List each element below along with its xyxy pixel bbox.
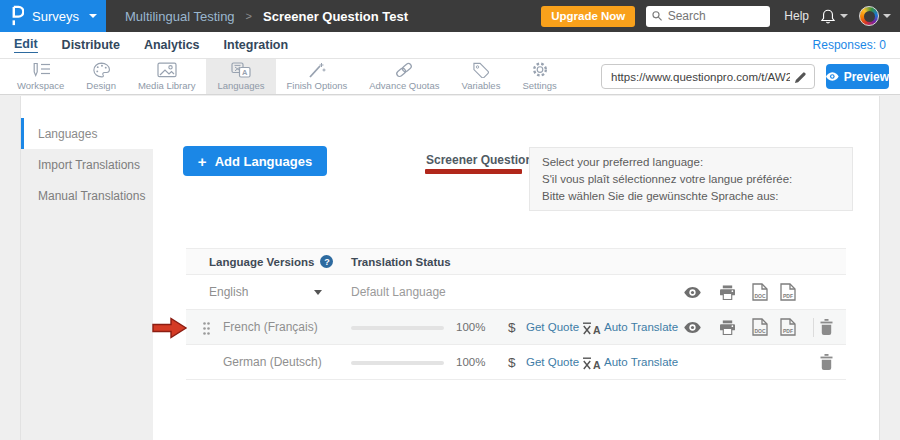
doc-file-icon: DOC — [752, 283, 768, 301]
get-quote-link[interactable]: Get Quote — [526, 310, 579, 345]
printer-icon — [720, 320, 735, 335]
preview-language-button[interactable] — [684, 310, 701, 344]
breadcrumb-survey-title[interactable]: Screener Question Test — [263, 9, 408, 24]
trash-icon — [820, 319, 833, 335]
languages-sidebar: Languages Import Translations Manual Tra… — [21, 118, 153, 440]
search-input[interactable] — [668, 9, 765, 23]
language-name: English — [209, 275, 248, 309]
toolbar-item-media-library[interactable]: Media Library — [127, 59, 207, 94]
print-button[interactable] — [720, 275, 735, 309]
translation-progress-bar — [351, 361, 444, 365]
sidebar-item-import-translations[interactable]: Import Translations — [21, 149, 153, 180]
screener-line-english: Select your preferred language: — [542, 156, 840, 168]
top-bar: Surveys Multilingual Testing > Screener … — [0, 0, 900, 32]
delete-language-button[interactable] — [820, 310, 833, 344]
pdf-file-icon: PDF — [780, 318, 796, 336]
survey-url-input[interactable] — [611, 71, 790, 83]
svg-text:A: A — [593, 324, 601, 335]
toolbar-item-finish-options[interactable]: Finish Options — [276, 59, 359, 94]
export-doc-button[interactable]: DOC — [752, 275, 768, 309]
toolbar-item-workspace[interactable]: Workspace — [6, 59, 75, 94]
svg-text:DOC: DOC — [754, 328, 766, 334]
svg-text:PDF: PDF — [783, 328, 793, 334]
eye-icon — [684, 322, 701, 333]
responses-count[interactable]: Responses: 0 — [813, 38, 886, 52]
tag-icon — [472, 62, 490, 78]
account-menu[interactable] — [859, 6, 891, 26]
help-question-icon[interactable]: ? — [320, 255, 333, 268]
table-header: Language Versions ? Translation Status — [186, 248, 846, 275]
print-button[interactable] — [720, 310, 735, 344]
media-library-icon — [157, 62, 177, 78]
svg-text:PDF: PDF — [783, 293, 793, 299]
default-language-dropdown-icon[interactable] — [314, 290, 322, 295]
preview-language-button[interactable] — [684, 275, 701, 309]
table-row-german: German (Deutsch) 100% $ Get Quote A Auto… — [186, 345, 846, 380]
edit-toolbar: Workspace Design Media Library A Languag… — [0, 59, 900, 95]
pdf-file-icon: PDF — [780, 283, 796, 301]
svg-text:A: A — [593, 359, 601, 370]
eye-icon — [826, 72, 839, 81]
progress-percent: 100% — [456, 345, 485, 380]
design-palette-icon — [92, 62, 111, 78]
chevron-down-icon — [840, 14, 848, 18]
avatar — [859, 6, 879, 26]
auto-translate-link[interactable]: Auto Translate — [604, 345, 678, 380]
sidebar-item-languages[interactable]: Languages — [21, 118, 153, 149]
drag-handle-icon[interactable] — [203, 321, 210, 339]
tab-integration[interactable]: Integration — [224, 38, 289, 52]
gear-icon — [531, 61, 549, 78]
breadcrumb-folder[interactable]: Multilingual Testing — [125, 9, 235, 24]
printer-icon — [720, 285, 735, 300]
topbar-actions: Upgrade Now Help — [541, 6, 900, 27]
auto-translate-icon[interactable]: A — [582, 321, 601, 339]
header-translation-status: Translation Status — [351, 256, 451, 268]
edit-pencil-icon[interactable] — [794, 71, 807, 84]
toolbar-item-design[interactable]: Design — [75, 59, 127, 94]
language-name: French (Français) — [223, 310, 318, 344]
toolbar-item-settings[interactable]: Settings — [511, 59, 567, 94]
global-search[interactable] — [646, 6, 770, 27]
tab-edit[interactable]: Edit — [14, 37, 38, 53]
svg-text:A: A — [242, 68, 248, 77]
add-languages-label: Add Languages — [215, 154, 313, 169]
auto-translate-link[interactable]: Auto Translate — [604, 310, 678, 345]
trash-icon — [820, 354, 833, 370]
toolbar-label: Finish Options — [287, 80, 348, 91]
preview-button[interactable]: Preview — [826, 64, 889, 89]
auto-translate-icon[interactable]: A — [582, 356, 601, 374]
dollar-icon[interactable]: $ — [508, 310, 516, 345]
help-link[interactable]: Help — [784, 9, 809, 23]
divider — [813, 318, 814, 337]
product-switcher[interactable]: Surveys — [0, 0, 106, 32]
toolbar-item-languages[interactable]: A Languages — [206, 59, 275, 94]
toolbar-label: Design — [86, 80, 116, 91]
toolbar-label: Languages — [217, 80, 264, 91]
header-language-versions: Language Versions ? — [209, 255, 333, 268]
delete-language-button[interactable] — [820, 345, 833, 379]
screener-question-label: Screener Question : — [426, 153, 540, 167]
toolbar-item-advance-quotas[interactable]: Advance Quotas — [358, 59, 450, 94]
toolbar-item-variables[interactable]: Variables — [451, 59, 512, 94]
sidebar-item-manual-translations[interactable]: Manual Translations — [21, 180, 153, 211]
export-pdf-button[interactable]: PDF — [780, 275, 796, 309]
toolbar-label: Media Library — [138, 80, 196, 91]
tab-analytics[interactable]: Analytics — [144, 38, 200, 52]
dollar-icon[interactable]: $ — [508, 345, 516, 380]
notifications-menu[interactable] — [820, 8, 848, 25]
screener-line-french: S'il vous plaît sélectionnez votre langu… — [542, 173, 840, 185]
add-languages-button[interactable]: + Add Languages — [183, 146, 327, 176]
upgrade-now-button[interactable]: Upgrade Now — [541, 6, 635, 27]
workspace-icon — [31, 62, 51, 78]
get-quote-link[interactable]: Get Quote — [526, 345, 579, 380]
toolbar-label: Workspace — [17, 80, 64, 91]
content-card: Languages Import Translations Manual Tra… — [20, 96, 880, 440]
tab-distribute[interactable]: Distribute — [62, 38, 120, 52]
survey-url-field[interactable] — [601, 64, 815, 89]
export-doc-button[interactable]: DOC — [752, 310, 768, 344]
export-pdf-button[interactable]: PDF — [780, 310, 796, 344]
annotation-red-arrow — [152, 316, 188, 340]
table-row-french: French (Français) 100% $ Get Quote A Aut… — [186, 310, 846, 345]
breadcrumb-separator: > — [246, 10, 252, 22]
bell-icon — [820, 8, 836, 25]
